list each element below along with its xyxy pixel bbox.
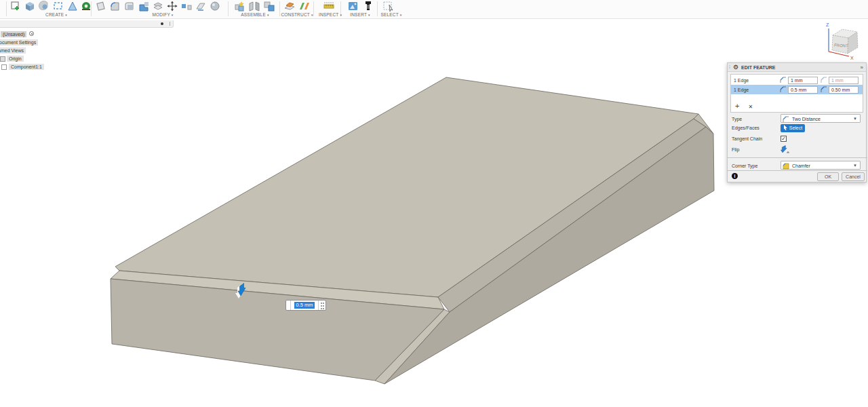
type-label: Type xyxy=(732,117,742,121)
tangent-chain-label: Tangent Chain xyxy=(732,136,762,141)
remove-edge-set-button[interactable]: ✕ xyxy=(749,104,753,110)
dialog-divider xyxy=(728,157,867,158)
two-distance-icon xyxy=(783,116,789,123)
ok-button[interactable]: OK xyxy=(817,172,839,181)
chamfer-corner-icon xyxy=(783,163,789,170)
model-viewport xyxy=(0,0,868,407)
chamfer-distance-icon xyxy=(780,86,787,93)
type-value: Two Distance xyxy=(792,117,821,121)
chamfer-distance-icon xyxy=(780,77,787,83)
edge-count-label: 1 Edge xyxy=(734,88,749,92)
select-edges-button[interactable]: Select xyxy=(781,124,805,132)
corner-type-label: Corner Type xyxy=(732,163,757,168)
corner-type-dropdown[interactable]: Chamfer ▼ xyxy=(781,161,861,170)
table-row-selected[interactable]: 1 Edge 0.5 mm 0.50 mm xyxy=(731,85,863,94)
edit-feature-icon: ⚙ xyxy=(733,64,738,71)
chamfer-edge-table: 1 Edge 1 mm 1 mm 1 Edge 0.5 mm 0.50 mm +… xyxy=(730,74,863,113)
edges-faces-label: Edges/Faces xyxy=(732,125,760,130)
dialog-title: EDIT FEATURE xyxy=(741,65,775,70)
type-dropdown[interactable]: Two Distance ▼ xyxy=(781,114,861,123)
drag-grip-icon[interactable]: ⁞ xyxy=(729,64,730,69)
dialog-header[interactable]: ⁞ ⚙ EDIT FEATURE » xyxy=(728,63,866,72)
distance1-field[interactable]: 0.5 mm xyxy=(788,86,818,94)
distance1-field[interactable]: 1 mm xyxy=(788,77,818,84)
fusion-window: CREATE ▾ MODIFY ▾ ASSEMBLE ▾ CONSTRUCT ▾… xyxy=(0,0,868,407)
edge-count-label: 1 Edge xyxy=(734,78,749,83)
collapse-panel-icon[interactable]: » xyxy=(861,64,863,71)
dimension-value[interactable]: 0.5 mm xyxy=(294,302,314,309)
cancel-button[interactable]: Cancel xyxy=(842,172,865,181)
dimension-drag-handle[interactable] xyxy=(318,301,326,310)
flip-direction-icon[interactable] xyxy=(781,145,790,154)
dialog-divider xyxy=(728,170,867,171)
chevron-down-icon: ▼ xyxy=(853,117,857,121)
table-row[interactable]: 1 Edge 1 mm 1 mm xyxy=(731,75,863,85)
tangent-chain-checkbox[interactable]: ✓ xyxy=(781,136,787,142)
dimension-input-prefix xyxy=(286,301,291,310)
flip-label: Flip xyxy=(732,147,739,152)
corner-type-value: Chamfer xyxy=(792,163,810,168)
distance2-field[interactable]: 0.50 mm xyxy=(829,86,859,94)
chamfer-dimension-input[interactable]: 0.5 mm xyxy=(285,300,326,311)
chevron-down-icon: ▼ xyxy=(853,163,857,168)
info-icon[interactable]: i xyxy=(732,173,738,179)
chamfer-distance-icon xyxy=(821,86,827,93)
chamfer-distance-icon xyxy=(821,77,827,83)
distance2-field[interactable]: 1 mm xyxy=(829,77,859,84)
add-edge-set-button[interactable]: + xyxy=(735,102,739,110)
cursor-icon xyxy=(783,125,788,130)
edit-feature-dialog: ⁞ ⚙ EDIT FEATURE » 1 Edge 1 mm 1 mm 1 Ed… xyxy=(727,62,867,182)
